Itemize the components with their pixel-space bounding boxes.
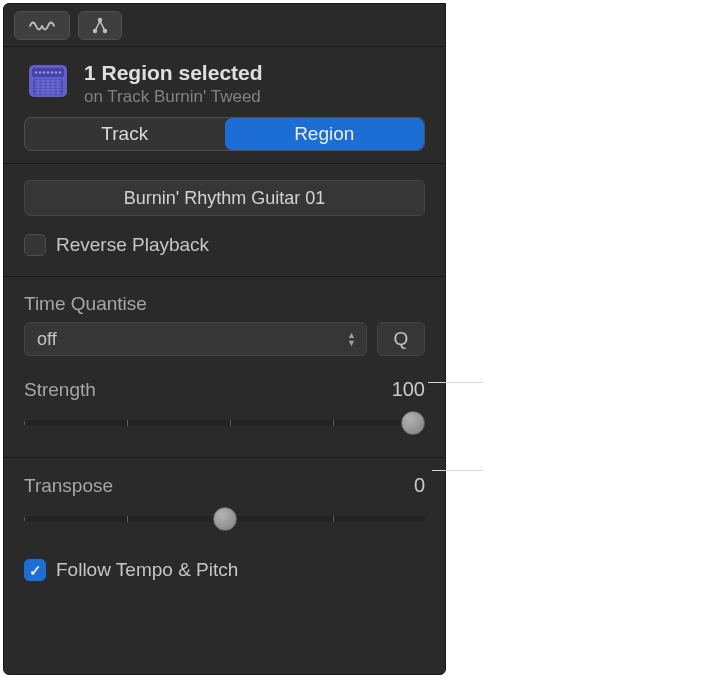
callout-line xyxy=(428,382,483,383)
tab-bar: Track Region xyxy=(4,117,445,163)
top-icon-bar xyxy=(4,4,445,47)
follow-tempo-checkbox[interactable] xyxy=(24,559,46,581)
slider-thumb[interactable] xyxy=(401,411,425,435)
inspector-header: 1 Region selected on Track Burnin' Tweed xyxy=(4,47,445,117)
time-quantise-popup[interactable]: off ▲▼ xyxy=(24,322,367,356)
region-name-field[interactable]: Burnin' Rhythm Guitar 01 xyxy=(24,180,425,216)
time-quantise-value: off xyxy=(37,329,57,350)
svg-point-13 xyxy=(59,71,62,74)
slider-track xyxy=(24,420,425,426)
svg-point-11 xyxy=(51,71,54,74)
follow-tempo-label: Follow Tempo & Pitch xyxy=(56,559,238,581)
region-type-icon xyxy=(26,61,70,101)
time-quantise-label: Time Quantise xyxy=(24,293,425,315)
quantise-button[interactable]: Q xyxy=(377,322,425,356)
transpose-row: Transpose 0 xyxy=(24,474,425,497)
slider-thumb[interactable] xyxy=(213,507,237,531)
transpose-slider[interactable] xyxy=(24,505,425,533)
transpose-section: Transpose 0 Follow Tempo & Pitch xyxy=(4,457,445,601)
svg-point-10 xyxy=(47,71,50,74)
region-inspector-panel: 1 Region selected on Track Burnin' Tweed… xyxy=(3,3,446,675)
time-quantise-section: Time Quantise off ▲▼ Q Strength 100 xyxy=(4,276,445,457)
segmented-control: Track Region xyxy=(24,117,425,151)
transpose-label: Transpose xyxy=(24,475,113,497)
reverse-playback-label: Reverse Playback xyxy=(56,234,209,256)
selection-subtitle: on Track Burnin' Tweed xyxy=(84,87,263,107)
wave-icon xyxy=(29,18,55,34)
strength-label: Strength xyxy=(24,379,96,401)
svg-point-8 xyxy=(39,71,42,74)
callout-line xyxy=(432,470,483,471)
tab-region[interactable]: Region xyxy=(225,118,425,150)
svg-point-12 xyxy=(55,71,58,74)
reverse-playback-row: Reverse Playback xyxy=(24,234,425,256)
svg-point-3 xyxy=(93,28,97,32)
svg-point-7 xyxy=(35,71,38,74)
strength-slider[interactable] xyxy=(24,409,425,437)
node-icon xyxy=(91,16,109,36)
region-name-section: Burnin' Rhythm Guitar 01 Reverse Playbac… xyxy=(4,163,445,276)
amp-icon xyxy=(27,62,69,100)
svg-point-9 xyxy=(43,71,46,74)
stepper-arrows-icon: ▲▼ xyxy=(347,331,356,347)
selection-title: 1 Region selected xyxy=(84,61,263,85)
strength-row: Strength 100 xyxy=(24,378,425,401)
follow-tempo-row: Follow Tempo & Pitch xyxy=(24,559,425,581)
reverse-playback-checkbox[interactable] xyxy=(24,234,46,256)
svg-point-4 xyxy=(103,28,107,32)
header-text: 1 Region selected on Track Burnin' Tweed xyxy=(84,61,263,107)
tab-track[interactable]: Track xyxy=(25,118,225,150)
strength-value: 100 xyxy=(392,378,425,401)
view-mode-button[interactable] xyxy=(14,11,70,40)
svg-point-2 xyxy=(98,17,102,21)
transpose-value: 0 xyxy=(414,474,425,497)
options-button[interactable] xyxy=(78,11,122,40)
